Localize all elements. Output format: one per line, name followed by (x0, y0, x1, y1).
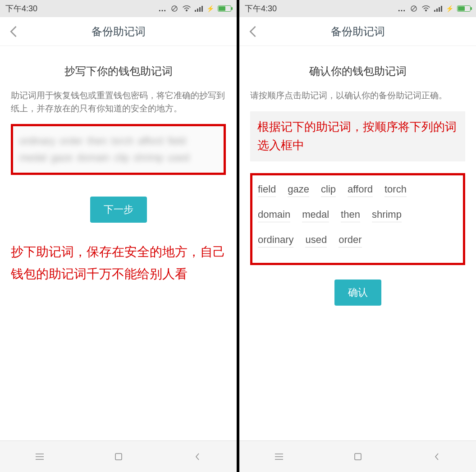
word-chip[interactable]: shrimp (372, 209, 402, 222)
square-icon (114, 452, 123, 461)
back-button[interactable] (7, 25, 20, 38)
wifi-icon (182, 5, 191, 12)
word-chip[interactable]: used (305, 234, 327, 247)
home-button[interactable] (113, 451, 124, 463)
status-bar: 下午4:30 … ⚡ (0, 0, 237, 17)
mute-icon (170, 5, 178, 13)
app-header: 备份助记词 (239, 17, 476, 46)
more-icon: … (158, 4, 167, 14)
section-title: 抄写下你的钱包助记词 (11, 64, 226, 78)
annotation-box: 根据记下的助记词，按顺序将下列的词选入框中 (250, 111, 465, 161)
chevron-left-icon (434, 452, 440, 461)
section-desc: 请按顺序点击助记词，以确认你的备份助记词正确。 (250, 89, 465, 102)
svg-line-1 (173, 7, 177, 11)
status-icons: … ⚡ (158, 4, 231, 14)
status-time: 下午4:30 (245, 3, 277, 14)
nav-back-button[interactable] (192, 451, 203, 463)
signal-icon (195, 5, 203, 12)
battery-icon (457, 5, 471, 12)
svg-rect-14 (434, 10, 435, 12)
back-button[interactable] (247, 25, 259, 38)
wifi-icon (421, 5, 430, 12)
page-title: 备份助记词 (239, 24, 476, 39)
svg-rect-4 (197, 9, 198, 12)
word-chip[interactable]: order (339, 234, 362, 247)
status-icons: … ⚡ (398, 4, 471, 14)
word-chip[interactable]: medal (302, 209, 329, 222)
phone-screen-backup: 下午4:30 … ⚡ 备份助记词 抄写下你的钱包助记词 助记词用于恢复钱包或重置… (0, 0, 237, 472)
section-title: 确认你的钱包助记词 (250, 64, 465, 78)
word-chip[interactable]: then (341, 209, 360, 222)
svg-rect-10 (115, 454, 122, 460)
mnemonic-words-frame: field gaze clip afford torch domain meda… (250, 173, 465, 265)
android-navbar (0, 440, 237, 472)
svg-rect-5 (199, 7, 201, 12)
menu-icon (35, 453, 45, 460)
svg-rect-3 (195, 10, 196, 12)
word-chip[interactable]: afford (348, 183, 373, 197)
more-icon: … (398, 4, 406, 14)
nav-back-button[interactable] (431, 451, 443, 463)
word-chip[interactable]: field (258, 183, 276, 197)
content-area: 抄写下你的钱包助记词 助记词用于恢复钱包或重置钱包密码，将它准确的抄写到纸上，并… (0, 46, 237, 440)
charging-icon: ⚡ (446, 5, 453, 12)
svg-rect-16 (439, 7, 440, 12)
status-bar: 下午4:30 … ⚡ (239, 0, 476, 17)
content-area: 确认你的钱包助记词 请按顺序点击助记词，以确认你的备份助记词正确。 根据记下的助… (239, 46, 476, 440)
page-title: 备份助记词 (0, 24, 237, 39)
status-time: 下午4:30 (5, 3, 37, 14)
menu-icon (274, 453, 284, 460)
square-icon (353, 452, 362, 461)
battery-icon (218, 5, 231, 12)
chevron-left-icon (194, 452, 201, 461)
signal-icon (434, 5, 442, 12)
mnemonic-words-blurred: ordinary order then torch afford field m… (19, 133, 217, 166)
word-chip[interactable]: torch (384, 183, 407, 197)
word-chip[interactable]: ordinary (258, 234, 293, 247)
annotation-text: 抄下助记词，保存在安全的地方，自己钱包的助记词千万不能给别人看 (11, 241, 226, 285)
recent-apps-button[interactable] (273, 451, 285, 463)
word-chip[interactable]: domain (258, 209, 290, 222)
app-header: 备份助记词 (0, 17, 237, 46)
confirm-button[interactable]: 确认 (334, 280, 381, 306)
chevron-left-icon (249, 25, 257, 38)
home-button[interactable] (352, 451, 364, 463)
svg-rect-6 (201, 6, 203, 12)
svg-rect-17 (441, 6, 442, 12)
svg-rect-21 (355, 454, 361, 460)
svg-point-2 (186, 10, 188, 11)
next-button[interactable]: 下一步 (90, 197, 147, 223)
word-chip[interactable]: clip (321, 183, 336, 197)
mute-icon (410, 5, 418, 13)
section-desc: 助记词用于恢复钱包或重置钱包密码，将它准确的抄写到纸上，并存放在的只有你知道的安… (11, 89, 226, 115)
android-navbar (239, 440, 476, 472)
word-chip[interactable]: gaze (288, 183, 309, 197)
recent-apps-button[interactable] (34, 451, 46, 463)
svg-line-12 (412, 7, 416, 11)
phone-screen-confirm: 下午4:30 … ⚡ 备份助记词 确认你的钱包助记词 请按顺序点击助记词，以确认… (239, 0, 476, 472)
chevron-left-icon (9, 25, 18, 38)
charging-icon: ⚡ (206, 5, 214, 12)
svg-rect-15 (436, 9, 438, 12)
mnemonic-box: ordinary order then torch afford field m… (11, 124, 226, 175)
svg-point-13 (426, 10, 427, 11)
